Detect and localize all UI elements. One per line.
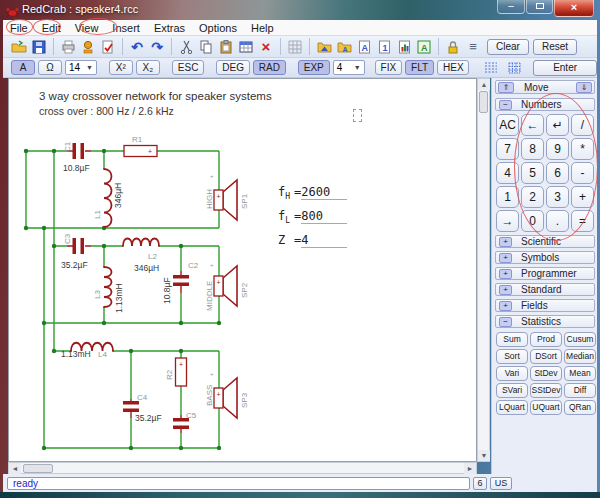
lock-icon[interactable] [443,38,463,56]
print-icon[interactable] [58,38,78,56]
insert-text-frame-icon[interactable]: A [414,38,434,56]
insert-image-icon[interactable] [314,38,334,56]
key-minus[interactable]: - [571,162,594,184]
dsort-button[interactable]: DSort [530,349,562,364]
mean-button[interactable]: Mean [564,366,596,381]
titlebar[interactable]: RedCrab : speaker4.rcc – × [0,0,600,20]
key-backspace[interactable]: ← [521,114,544,136]
save-icon[interactable] [29,38,49,56]
key-multiply[interactable]: * [571,138,594,160]
section-symbols[interactable]: + Symbols [495,251,595,264]
key-arrow-right[interactable]: → [496,210,519,232]
qran-button[interactable]: QRan [564,400,596,415]
key-enter[interactable]: ↵ [546,114,569,136]
undo-icon[interactable]: ↶ [127,38,147,56]
key-ac[interactable]: AC [496,114,519,136]
move-down-button[interactable]: ⇓ [576,82,592,93]
close-button[interactable]: × [554,0,594,17]
section-fields[interactable]: + Fields [495,299,595,312]
redo-icon[interactable]: ↷ [147,38,167,56]
prod-button[interactable]: Prod [530,332,562,347]
cusum-button[interactable]: Cusum [564,332,596,347]
cut-icon[interactable] [176,38,196,56]
diff-button[interactable]: Diff [564,383,596,398]
table-large-icon[interactable] [504,59,524,77]
insert-number-document-icon[interactable]: 1 [374,38,394,56]
key-5[interactable]: 5 [521,162,544,184]
open-icon[interactable] [9,38,29,56]
resistor-r1[interactable]: + [124,146,157,157]
language-button[interactable]: US [490,477,512,490]
sstdev-button[interactable]: SStDev [530,383,562,398]
scroll-left-icon[interactable]: ◄ [9,463,21,474]
menu-item-view[interactable]: View [68,20,106,36]
delete-icon[interactable]: × [256,38,276,56]
section-programmer[interactable]: + Programmer [495,267,595,280]
key-1[interactable]: 1 [496,186,519,208]
stamp-icon[interactable] [78,38,98,56]
median-button[interactable]: Median [564,349,596,364]
menu-item-file[interactable]: File [3,20,35,36]
key-4[interactable]: 4 [496,162,519,184]
clear-button[interactable]: Clear [487,39,529,55]
expand-icon[interactable]: + [499,285,512,295]
inductor-l3[interactable] [104,267,112,307]
table-small-icon[interactable] [481,59,501,77]
capacitor-c2[interactable] [173,275,189,286]
collapse-icon[interactable]: − [499,317,512,327]
vari-button[interactable]: Vari [496,366,528,381]
insert-table-icon[interactable] [236,38,256,56]
key-2[interactable]: 2 [521,186,544,208]
paste-icon[interactable] [216,38,236,56]
key-7[interactable]: 7 [496,138,519,160]
section-numbers[interactable]: − Numbers [495,98,595,111]
key-equals[interactable]: = [571,210,594,232]
key-3[interactable]: 3 [546,186,569,208]
horizontal-scroll-thumb[interactable] [23,464,53,473]
resistor-r2[interactable]: + [176,358,187,386]
zoom-button[interactable]: 6 [473,477,487,490]
scroll-down-icon[interactable]: ▼ [478,450,490,461]
fix-button[interactable]: FIX [375,60,402,75]
stdev-button[interactable]: StDev [530,366,562,381]
insert-image-caption-icon[interactable]: A [334,38,354,56]
font-size-dropdown[interactable]: 14▼ [65,60,97,75]
deg-button[interactable]: DEG [216,60,250,75]
maximize-button[interactable] [526,0,553,14]
menu-item-edit[interactable]: Edit [35,20,68,36]
menu-item-help[interactable]: Help [244,20,281,36]
key-0[interactable]: 0 [521,210,544,232]
grid-icon[interactable] [285,38,305,56]
key-8[interactable]: 8 [521,138,544,160]
menu-item-extras[interactable]: Extras [147,20,192,36]
esc-button[interactable]: ESC [172,60,204,75]
check-document-icon[interactable] [98,38,118,56]
vertical-scroll-thumb[interactable] [479,91,488,113]
capacitor-c4[interactable] [123,401,139,412]
minimize-button[interactable]: – [497,0,525,14]
align-lines-icon[interactable]: ≡ [463,38,483,56]
capacitor-c3[interactable] [73,238,85,254]
svari-button[interactable]: SVari [496,383,528,398]
speaker-sp2[interactable]: + [214,266,237,306]
exp-digits-dropdown[interactable]: 4▼ [333,60,365,75]
formula-fl-value[interactable]: 800 [301,209,347,224]
scroll-right-icon[interactable]: ► [464,463,476,474]
section-statistics[interactable]: − Statistics [495,315,595,328]
vertical-scrollbar[interactable]: ▲ ▼ [477,78,490,462]
expand-icon[interactable]: + [499,237,512,247]
key-6[interactable]: 6 [546,162,569,184]
section-scientific[interactable]: + Scientific [495,235,595,248]
formula-fh-value[interactable]: 2600 [301,185,347,200]
key-9[interactable]: 9 [546,138,569,160]
section-standard[interactable]: + Standard [495,283,595,296]
insert-chart-document-icon[interactable] [394,38,414,56]
expand-icon[interactable]: + [499,301,512,311]
uquart-button[interactable]: UQuart [530,400,562,415]
subscript-button[interactable]: X₂ [136,60,160,75]
menu-item-insert[interactable]: Insert [105,20,147,36]
sort-button[interactable]: Sort [496,349,528,364]
speaker-sp3[interactable]: + [214,378,237,418]
key-plus[interactable]: + [571,186,594,208]
key-divide[interactable]: / [571,114,594,136]
